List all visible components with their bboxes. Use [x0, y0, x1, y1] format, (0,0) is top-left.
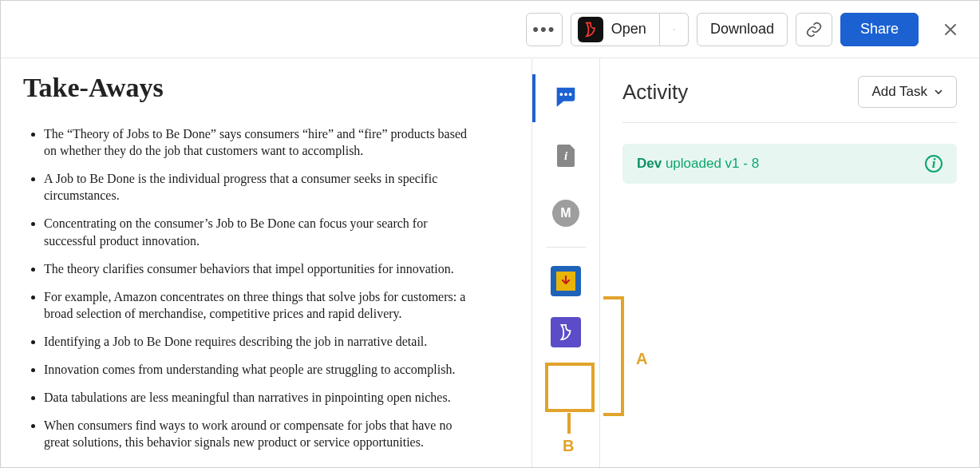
rail-activity[interactable] [532, 69, 599, 127]
add-task-button[interactable]: Add Task [858, 76, 957, 108]
ellipsis-icon: ••• [532, 19, 555, 40]
chevron-down-icon [934, 87, 943, 97]
more-options-button[interactable]: ••• [526, 13, 563, 46]
bullet-item: Data tabulations are less meaningful tha… [44, 389, 470, 406]
event-user: Dev [637, 156, 662, 171]
adobe-pdf-icon [578, 17, 603, 42]
rail-app-adobe[interactable] [532, 307, 599, 358]
chevron-down-icon [673, 25, 675, 34]
close-button[interactable] [936, 15, 965, 44]
document-preview: Take-Aways The “Theory of Jobs to Be Don… [1, 58, 531, 468]
bullet-item: Identifying a Job to Be Done requires de… [44, 333, 470, 350]
bullet-item: The theory clarifies consumer behaviors … [44, 260, 470, 277]
event-text: Dev uploaded v1 - 8 [637, 156, 759, 172]
add-task-label: Add Task [871, 84, 927, 100]
bullet-item: When consumers find ways to work around … [44, 417, 470, 450]
rail-details[interactable] [532, 127, 599, 184]
info-icon: i [925, 155, 942, 173]
chat-icon [552, 83, 579, 113]
download-label: Download [710, 21, 774, 38]
bullet-item: The “Theory of Jobs to Be Done” says con… [44, 125, 470, 159]
event-action: uploaded v1 - 8 [662, 156, 759, 171]
open-group: Open [571, 13, 689, 46]
copy-link-button[interactable] [796, 13, 832, 46]
panel-header: Activity Add Task [622, 76, 957, 123]
svg-point-1 [564, 93, 567, 96]
close-icon [942, 22, 958, 38]
file-info-icon [557, 145, 575, 167]
toolbar: ••• Open Download Share [1, 1, 979, 58]
activity-event[interactable]: Dev uploaded v1 - 8 i [622, 144, 957, 184]
bullet-item: Concentrating on the consumer’s Job to B… [44, 215, 470, 248]
adobe-app-icon [551, 317, 581, 347]
rail-divider [546, 247, 586, 248]
link-icon [805, 21, 823, 38]
download-button[interactable]: Download [697, 13, 788, 46]
download-app-icon [551, 266, 581, 296]
document-bullets: The “Theory of Jobs to Be Done” says con… [23, 125, 470, 451]
share-label: Share [860, 21, 899, 38]
side-rail: M [531, 58, 600, 468]
m-avatar-icon: M [552, 200, 579, 227]
open-dropdown-button[interactable] [660, 13, 689, 46]
bullet-item: Innovation comes from understanding what… [44, 361, 470, 378]
rail-integration-m[interactable]: M [532, 184, 599, 242]
open-button[interactable]: Open [571, 13, 660, 46]
bullet-item: For example, Amazon concentrates on thre… [44, 288, 470, 322]
annotation-label-b: B [563, 437, 574, 455]
panel-title: Activity [622, 80, 688, 105]
activity-panel: Activity Add Task Dev uploaded v1 - 8 i [600, 58, 979, 468]
document-heading: Take-Aways [23, 73, 509, 103]
svg-point-2 [569, 93, 572, 96]
share-button[interactable]: Share [840, 13, 919, 46]
rail-app-download[interactable] [532, 256, 599, 307]
bullet-item: A Job to Be Done is the individual progr… [44, 170, 470, 204]
svg-point-0 [559, 93, 563, 96]
annotation-label-a: A [636, 350, 647, 368]
open-label: Open [611, 21, 646, 38]
